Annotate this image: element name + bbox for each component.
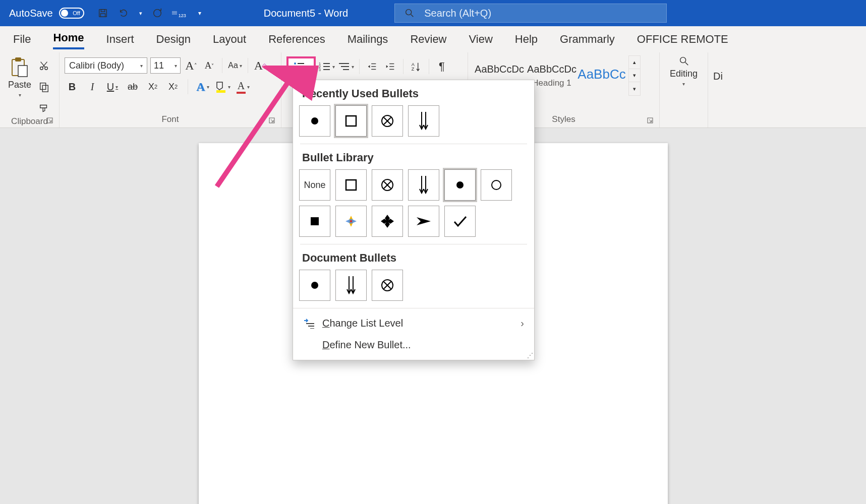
strikethrough-icon[interactable]: ab xyxy=(125,79,140,95)
styles-expand-icon[interactable]: ▾ xyxy=(629,82,640,95)
copy-icon[interactable] xyxy=(36,79,51,95)
ribbon-tabs: File Home Insert Design Layout Reference… xyxy=(0,26,866,52)
paste-dropdown-icon[interactable]: ▾ xyxy=(19,92,21,98)
bullets-dropdown-menu: Recently Used Bullets Bullet Library Non… xyxy=(293,80,535,360)
autosave-label: AutoSave xyxy=(9,8,53,19)
multilevel-list-icon[interactable]: ▾ xyxy=(338,58,354,75)
styles-scroll-down-icon[interactable]: ▾ xyxy=(629,69,640,82)
cut-icon[interactable] xyxy=(36,57,51,74)
tab-help[interactable]: Help xyxy=(515,31,538,48)
font-dialog-launcher-icon[interactable] xyxy=(268,116,276,124)
subscript-icon[interactable]: X2 xyxy=(145,79,160,95)
font-group-label: Font xyxy=(161,114,179,124)
svg-rect-19 xyxy=(216,90,225,93)
library-bullet-double-arrow[interactable] xyxy=(408,169,439,201)
autosave-toggle[interactable]: Off xyxy=(59,8,84,19)
tab-home[interactable]: Home xyxy=(53,29,84,49)
undo-icon[interactable] xyxy=(117,6,132,21)
tab-references[interactable]: References xyxy=(268,31,325,48)
clear-formatting-icon[interactable]: A◇ xyxy=(253,57,268,74)
editing-button[interactable]: Editing ▾ xyxy=(665,55,703,87)
library-bullet-arrowhead[interactable] xyxy=(408,206,439,237)
search-placeholder: Search (Alt+Q) xyxy=(424,8,491,19)
bullet-library-title: Bullet Library xyxy=(293,149,534,169)
document-bullet-disc[interactable] xyxy=(299,270,330,301)
library-bullet-disc[interactable] xyxy=(444,169,476,201)
tab-file[interactable]: File xyxy=(13,31,31,48)
document-title: Document5 - Word xyxy=(264,8,348,19)
tab-review[interactable]: Review xyxy=(410,31,446,48)
svg-point-65 xyxy=(311,282,318,289)
paste-button[interactable]: Paste ▾ xyxy=(5,55,34,98)
highlight-icon[interactable]: ▾ xyxy=(215,79,230,95)
group-editing: Editing ▾ xyxy=(660,52,708,128)
clipboard-dialog-launcher-icon[interactable] xyxy=(46,116,54,124)
font-color-icon[interactable]: A▾ xyxy=(236,79,251,95)
tab-insert[interactable]: Insert xyxy=(106,31,134,48)
tab-design[interactable]: Design xyxy=(156,31,191,48)
shrink-font-icon[interactable]: A˅ xyxy=(202,57,217,74)
tab-mailings[interactable]: Mailings xyxy=(348,31,388,48)
change-list-level-label: Change List Level xyxy=(322,318,403,329)
define-new-bullet-action[interactable]: Define New Bullet... xyxy=(293,334,534,356)
svg-point-25 xyxy=(294,69,296,71)
show-hide-icon[interactable]: ¶ xyxy=(434,58,449,75)
recent-bullet-circle-x[interactable] xyxy=(372,105,403,137)
sort-icon[interactable]: AZ xyxy=(409,58,424,75)
tab-view[interactable]: View xyxy=(469,31,493,48)
recent-bullet-double-arrow[interactable] xyxy=(408,105,439,137)
text-effects-icon[interactable]: A▾ xyxy=(195,79,210,95)
styles-scroll-up-icon[interactable]: ▴ xyxy=(629,56,640,69)
library-bullet-4diamonds[interactable] xyxy=(372,206,403,237)
recent-bullet-disc[interactable] xyxy=(299,105,330,137)
library-bullet-4color-diamond[interactable] xyxy=(335,206,367,237)
font-size-combo[interactable]: 11▾ xyxy=(150,57,181,74)
svg-point-61 xyxy=(456,181,464,188)
group-clipboard: Paste ▾ Clipboard xyxy=(0,52,60,128)
save-icon[interactable] xyxy=(95,6,110,21)
resize-grip-icon[interactable]: ⋰ xyxy=(527,352,532,359)
font-name-combo[interactable]: Calibri (Body)▾ xyxy=(65,57,147,74)
numbering-icon[interactable]: 123▾ xyxy=(319,58,335,75)
library-bullet-none[interactable]: None xyxy=(299,169,330,201)
define-new-bullet-label: Define New Bullet... xyxy=(322,339,411,351)
search-box[interactable]: Search (Alt+Q) xyxy=(394,4,667,23)
format-painter-icon[interactable] xyxy=(36,100,51,116)
bullets-button[interactable]: ▾ xyxy=(286,56,316,77)
tab-layout[interactable]: Layout xyxy=(213,31,246,48)
style-heading-2[interactable]: AaBbCc xyxy=(578,55,625,96)
document-bullet-circle-x[interactable] xyxy=(372,270,403,301)
styles-dialog-launcher-icon[interactable] xyxy=(646,116,654,124)
recent-bullet-square[interactable] xyxy=(335,105,367,137)
redo-icon[interactable] xyxy=(150,6,165,21)
bullets-dropdown-icon[interactable]: ▾ xyxy=(307,64,309,70)
bold-icon[interactable]: B xyxy=(65,79,80,95)
font-size-value: 11 xyxy=(154,60,164,71)
change-case-icon[interactable]: Aa▾ xyxy=(227,57,243,74)
svg-point-62 xyxy=(492,180,501,190)
library-bullet-square[interactable] xyxy=(335,169,367,201)
italic-icon[interactable]: I xyxy=(85,79,100,95)
svg-text:Z: Z xyxy=(412,67,415,72)
qat-customize-icon[interactable]: ▾ xyxy=(192,6,207,21)
underline-icon[interactable]: U▾ xyxy=(105,79,120,95)
svg-line-8 xyxy=(411,15,414,17)
undo-dropdown-icon[interactable]: ▾ xyxy=(138,6,144,21)
dictate-partial: Di xyxy=(713,55,723,82)
library-bullet-circle-x[interactable] xyxy=(372,169,403,201)
tab-office-remote[interactable]: OFFICE REMOTE xyxy=(637,31,728,48)
grow-font-icon[interactable]: A˄ xyxy=(184,57,199,74)
change-list-level-action[interactable]: Change List Level › xyxy=(293,312,534,334)
paste-label: Paste xyxy=(8,80,31,90)
tab-grammarly[interactable]: Grammarly xyxy=(560,31,615,48)
document-bullet-double-arrow[interactable] xyxy=(335,270,367,301)
decrease-indent-icon[interactable] xyxy=(365,58,380,75)
superscript-icon[interactable]: X2 xyxy=(165,79,181,95)
autosave-control[interactable]: AutoSave Off xyxy=(9,8,84,19)
library-bullet-filled-square[interactable] xyxy=(299,206,330,237)
library-bullet-checkmark[interactable] xyxy=(444,206,476,237)
svg-rect-49 xyxy=(346,116,356,126)
library-bullet-circle[interactable] xyxy=(481,169,512,201)
increase-indent-icon[interactable] xyxy=(383,58,398,75)
equation-icon[interactable]: 123 xyxy=(171,6,186,21)
